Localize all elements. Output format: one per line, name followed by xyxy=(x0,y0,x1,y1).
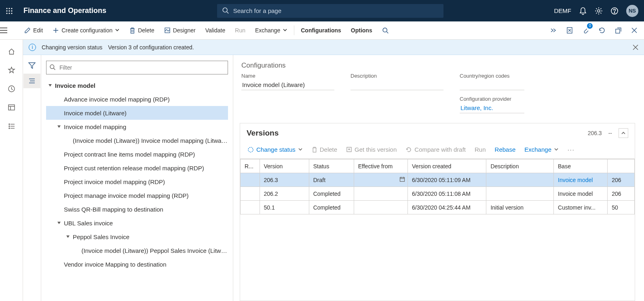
delete-button[interactable]: Delete xyxy=(125,21,159,39)
tree-node[interactable]: Vendor invoice Mapping to destination xyxy=(46,257,228,271)
chevron-down-icon xyxy=(298,147,303,152)
provider-value[interactable]: Litware, Inc. xyxy=(460,103,524,113)
col-effective[interactable]: Effective from xyxy=(354,159,408,173)
country-value[interactable] xyxy=(460,80,524,90)
home-icon[interactable] xyxy=(3,45,19,58)
workspaces-icon[interactable] xyxy=(3,100,19,114)
table-cell[interactable]: Invoice model xyxy=(554,187,608,201)
table-cell[interactable]: Invoice model xyxy=(554,173,608,187)
table-cell[interactable]: 206.3 xyxy=(260,173,309,187)
table-cell[interactable]: 50.1 xyxy=(260,201,309,214)
table-row[interactable]: 206.2Completed6/30/2020 05:11:08 AMInvoi… xyxy=(241,187,635,201)
table-cell[interactable]: 206 xyxy=(608,173,635,187)
table-cell[interactable]: Initial version xyxy=(486,201,554,214)
more-icon[interactable]: ··· xyxy=(564,145,578,155)
options-tab[interactable]: Options xyxy=(346,21,377,39)
search-action-button[interactable] xyxy=(377,21,394,39)
refresh-icon[interactable] xyxy=(595,23,609,38)
favorites-icon[interactable] xyxy=(3,63,19,77)
table-cell[interactable] xyxy=(241,173,260,187)
rebase-button[interactable]: Rebase xyxy=(492,144,519,155)
notifications-icon[interactable] xyxy=(579,7,587,15)
hamburger-icon[interactable] xyxy=(0,28,19,33)
description-value[interactable] xyxy=(351,80,443,90)
table-cell[interactable] xyxy=(354,187,408,201)
table-cell[interactable] xyxy=(241,201,260,214)
tree-filter-input[interactable] xyxy=(46,61,228,74)
configurations-tab[interactable]: Configurations xyxy=(296,21,346,39)
collapse-icon[interactable] xyxy=(619,128,628,138)
tree-node[interactable]: Project invoice model mapping (RDP) xyxy=(46,175,228,189)
tree-node[interactable]: UBL Sales invoice xyxy=(46,216,228,230)
table-cell[interactable] xyxy=(354,173,408,187)
tree-node[interactable]: (Invoice model (Litware)) Peppol Sales I… xyxy=(46,244,228,257)
col-base[interactable]: Base xyxy=(554,159,608,173)
search-input[interactable] xyxy=(217,4,443,18)
caret-icon[interactable] xyxy=(57,124,64,129)
table-row[interactable]: 50.1Completed6/30/2020 04:25:44 AMInitia… xyxy=(241,201,635,214)
validate-button[interactable]: Validate xyxy=(201,21,230,39)
table-cell[interactable]: 206.2 xyxy=(260,187,309,201)
app-launcher-icon[interactable] xyxy=(6,7,13,15)
table-row[interactable]: 206.3Draft6/30/2020 05:11:09 AMInvoice m… xyxy=(241,173,635,187)
col-r[interactable]: R... xyxy=(241,159,260,173)
create-configuration-button[interactable]: Create configuration xyxy=(48,21,125,39)
configurations-label: Configurations xyxy=(301,27,341,34)
table-cell[interactable]: 206 xyxy=(608,187,635,201)
change-status-button[interactable]: Change status xyxy=(244,144,306,155)
caret-icon[interactable] xyxy=(48,83,55,88)
filter-icon[interactable] xyxy=(23,58,40,73)
tree-node[interactable]: Project contract line items model mappin… xyxy=(46,147,228,161)
company-code[interactable]: DEMF xyxy=(554,7,571,14)
table-cell[interactable]: Completed xyxy=(309,187,354,201)
caret-icon[interactable] xyxy=(65,234,73,239)
col-description[interactable]: Description xyxy=(486,159,554,173)
tree-node[interactable]: Swiss QR-Bill mapping to destination xyxy=(46,202,228,216)
exchange-button[interactable]: Exchange xyxy=(250,21,292,39)
tree-node-label: Project cust retention release model map… xyxy=(64,165,204,172)
col-base-ver[interactable] xyxy=(608,159,635,173)
info-bar: i Changing version status Version 3 of c… xyxy=(23,40,644,55)
recent-icon[interactable] xyxy=(3,82,19,95)
table-cell[interactable]: 6/30/2020 04:25:44 AM xyxy=(408,201,486,214)
calendar-icon[interactable] xyxy=(399,176,405,182)
tree-node[interactable]: Peppol Sales Invoice xyxy=(46,230,228,244)
table-cell[interactable] xyxy=(354,201,408,214)
tree-node[interactable]: (Invoice model (Litware)) Invoice model … xyxy=(46,134,228,147)
close-icon[interactable] xyxy=(633,45,638,50)
user-avatar[interactable]: NS xyxy=(626,5,638,17)
versions-title: Versions xyxy=(247,129,279,138)
gear-icon[interactable] xyxy=(595,7,603,15)
table-cell[interactable] xyxy=(241,187,260,201)
help-icon[interactable] xyxy=(611,7,618,15)
table-cell[interactable]: 6/30/2020 05:11:08 AM xyxy=(408,187,486,201)
tree-node[interactable]: Invoice model (Litware) xyxy=(46,106,228,120)
open-in-excel-icon[interactable] xyxy=(562,23,577,38)
table-cell[interactable] xyxy=(486,173,554,187)
tree-node[interactable]: Invoice model mapping xyxy=(46,120,228,134)
table-cell[interactable] xyxy=(486,187,554,201)
name-value[interactable]: Invoice model (Litware) xyxy=(241,80,334,90)
designer-button[interactable]: Designer xyxy=(159,21,201,39)
list-view-icon[interactable] xyxy=(23,74,40,88)
table-cell[interactable]: Customer inv... xyxy=(554,201,608,214)
attachments-icon[interactable]: 0 xyxy=(579,23,593,38)
tree-node[interactable]: Project cust retention release model map… xyxy=(46,161,228,175)
caret-icon[interactable] xyxy=(57,220,64,225)
close-icon[interactable] xyxy=(627,23,642,38)
tree-node[interactable]: Project manage invoice model mapping (RD… xyxy=(46,189,228,202)
table-cell[interactable]: 6/30/2020 05:11:09 AM xyxy=(408,173,486,187)
office-integration-icon[interactable] xyxy=(546,23,561,38)
col-version[interactable]: Version xyxy=(260,159,309,173)
popout-icon[interactable] xyxy=(611,23,625,38)
tree-node[interactable]: Advance invoice model mapping (RDP) xyxy=(46,92,228,106)
tree-node[interactable]: Invoice model xyxy=(46,78,228,92)
version-exchange-button[interactable]: Exchange xyxy=(521,144,562,155)
col-created[interactable]: Version created xyxy=(408,159,486,173)
modules-icon[interactable] xyxy=(3,119,19,133)
col-status[interactable]: Status xyxy=(309,159,354,173)
table-cell[interactable]: Completed xyxy=(309,201,354,214)
table-cell[interactable]: 50 xyxy=(608,201,635,214)
table-cell[interactable]: Draft xyxy=(309,173,354,187)
edit-button[interactable]: Edit xyxy=(19,21,48,39)
